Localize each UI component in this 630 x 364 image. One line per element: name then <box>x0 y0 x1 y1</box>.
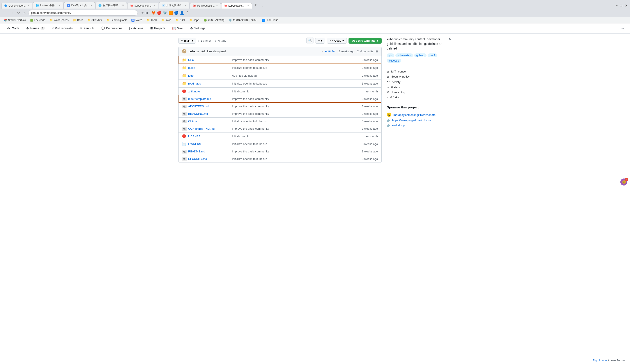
file-name[interactable]: 0000-template.md <box>188 97 232 100</box>
tab-6[interactable]: 📧 开源之夏202... ✕ <box>159 2 190 8</box>
license-link[interactable]: ⚖ MIT license <box>387 69 452 74</box>
tab-4[interactable]: 🌐 客户接入渠道... ✕ <box>96 2 127 8</box>
extension-icon-4[interactable]: 🟧 <box>168 11 173 15</box>
address-input[interactable] <box>28 10 138 16</box>
bookmark-recruit[interactable]: 📁 招聘 <box>174 18 187 22</box>
nav-zenhub[interactable]: ✳ Zenhub <box>76 24 98 33</box>
nav-settings[interactable]: ⚙ Settings <box>187 24 209 33</box>
zenhub-signin-link[interactable]: Sign in now <box>592 359 607 361</box>
sidebar-tag[interactable]: cncf <box>428 54 437 58</box>
tab-search-icon[interactable]: ⊞ <box>146 11 148 14</box>
add-button[interactable]: + ▾ <box>315 38 325 44</box>
sponsor-paypal[interactable]: 🔗 https://www.paypal.me/cubxxw <box>387 118 452 123</box>
bookmark-geek[interactable]: 📁 极客课程 <box>86 18 104 22</box>
nav-pull-requests[interactable]: ⑂ Pull requests <box>48 24 76 33</box>
file-name[interactable]: BRANDING.md <box>188 112 232 116</box>
extension-icon-3[interactable]: ⚙️ <box>163 11 167 15</box>
sponsor-liberapay[interactable]: L liberapay.com/xiongxinwei/donate <box>387 112 452 118</box>
bookmark-infos[interactable]: 📁 Infos <box>160 18 173 22</box>
file-name[interactable]: ADOPTERS.md <box>188 105 232 108</box>
sidebar-gear-button[interactable]: ⚙ <box>449 37 452 40</box>
tab-7[interactable]: 🐙 Pull requests... ✕ <box>190 3 220 8</box>
bookmark-icon[interactable]: ☆ <box>141 11 144 15</box>
search-button[interactable]: 🔍 <box>306 37 314 44</box>
file-name[interactable]: guide <box>188 66 232 70</box>
bookmark-ospp[interactable]: 📁 ospp <box>188 18 201 22</box>
nav-more-button[interactable]: ··· <box>618 24 626 33</box>
nav-discussions[interactable]: 💬 Discussions <box>98 24 126 33</box>
tab-close-2[interactable]: ✕ <box>59 4 61 7</box>
file-name[interactable]: RFC <box>188 58 232 62</box>
forward-button[interactable]: → <box>9 10 14 16</box>
tab-close-8[interactable]: ✕ <box>247 4 249 7</box>
activity-link[interactable]: 〜 Activity <box>387 79 452 85</box>
extension-icon-2[interactable]: 🔴 <box>157 11 162 15</box>
bookmark-workspaces[interactable]: 📁 WorkSpaces <box>48 18 70 22</box>
sidebar-tag[interactable]: go <box>387 54 394 58</box>
nsddd-link[interactable]: nsddd.top <box>392 124 404 127</box>
sidebar-tag[interactable]: kubecub <box>387 59 401 63</box>
file-name[interactable]: OWNERS <box>188 142 232 146</box>
paypal-link[interactable]: https://www.paypal.me/cubxxw <box>392 119 431 122</box>
sidebar-tag[interactable]: kubernetes <box>396 54 413 58</box>
menu-icon[interactable]: ⋮ <box>186 11 189 15</box>
sidebar-tag[interactable]: golang <box>414 54 426 58</box>
tab-close-3[interactable]: ✕ <box>90 4 92 7</box>
security-policy-link[interactable]: ⚖ Security policy <box>387 74 452 79</box>
bookmark-stack-overflow[interactable]: 📚 Stack Overflow <box>2 18 28 22</box>
grid-icon[interactable]: ⊞ <box>376 50 378 53</box>
tab-1[interactable]: 🔷 Generic even... ✕ <box>1 3 32 8</box>
tab-close-1[interactable]: ✕ <box>28 4 30 7</box>
file-name[interactable]: logo <box>188 74 232 77</box>
nav-actions[interactable]: ▷ Actions <box>126 24 147 33</box>
commit-count[interactable]: ⏱ 4 commits <box>356 50 373 53</box>
file-name[interactable]: SECURITY.md <box>188 157 232 160</box>
maximize-button[interactable]: □ <box>619 3 623 8</box>
file-name[interactable]: CONTRIBUTING.md <box>188 127 232 130</box>
nav-issues[interactable]: ⊙ Issues 1 <box>23 24 48 33</box>
file-name[interactable]: CLA.md <box>188 120 232 123</box>
tab-close-6[interactable]: ✕ <box>185 4 187 7</box>
new-tab-button[interactable]: + <box>252 1 259 8</box>
tag-count[interactable]: 🏷 0 tags <box>215 39 226 42</box>
home-button[interactable]: ⌂ <box>22 10 26 16</box>
close-window-button[interactable]: ✕ <box>624 3 629 8</box>
bookmark-leetcode[interactable]: 🟩 Leetcode <box>28 18 47 22</box>
tab-close-7[interactable]: ✕ <box>216 4 218 7</box>
profile-icon[interactable]: 👤 <box>180 11 184 15</box>
forks-stat[interactable]: ⑂ 0 forks <box>387 95 452 100</box>
file-name[interactable]: roadmaps <box>188 82 232 85</box>
use-template-button[interactable]: Use this template ▾ <box>348 38 382 44</box>
nav-wiki[interactable]: 📖 Wiki <box>169 24 186 33</box>
file-name[interactable]: LICENSE <box>188 135 232 138</box>
bookmark-acwing[interactable]: 🟢 题库 - AcWing <box>202 18 226 22</box>
tab-2[interactable]: 🌐 Horizon事件... ✕ <box>33 2 64 8</box>
file-name[interactable]: .gitignore <box>188 90 232 93</box>
bookmark-learningtools[interactable]: 📁 LearningTools <box>105 18 129 22</box>
file-name[interactable]: README.md <box>188 150 232 153</box>
branch-count[interactable]: ⑂ 1 branch <box>198 39 212 42</box>
tab-close-5[interactable]: ✕ <box>154 4 156 7</box>
bookmark-notes[interactable]: N Notes <box>130 18 144 22</box>
bookmark-docs[interactable]: 📁 Docs <box>71 18 85 22</box>
stars-stat[interactable]: ☆ 0 stars <box>387 85 452 90</box>
tab-overflow-button[interactable]: ⌄ <box>259 3 265 8</box>
extension-icon-5[interactable]: 🔵 <box>174 11 178 15</box>
code-button[interactable]: <> Code ▾ <box>327 38 347 44</box>
bookmark-leancloud[interactable]: L LeanCloud <box>260 18 280 22</box>
bookmark-sealer[interactable]: ⚙️ 构建集群镜像 | sea... <box>227 18 259 22</box>
reload-button[interactable]: ↺ <box>16 10 21 16</box>
tab-close-4[interactable]: ✕ <box>122 4 124 7</box>
sponsor-nsddd[interactable]: 🔗 nsddd.top <box>387 123 452 128</box>
minimize-button[interactable]: − <box>615 3 618 8</box>
bookmark-tools[interactable]: 📁 Tools <box>145 18 158 22</box>
commit-hash[interactable]: 4c6e945 <box>325 50 336 53</box>
branch-selector[interactable]: ⑂ main ▾ <box>178 38 196 44</box>
tab-8[interactable]: 🐙 kubecub/co... ✕ <box>221 3 252 8</box>
nav-code[interactable]: <> Code <box>4 24 23 33</box>
floating-badge[interactable]: 😊 4 <box>620 178 627 186</box>
tab-3[interactable]: N DevOps 工具... ✕ <box>64 2 95 8</box>
watching-stat[interactable]: 👁 1 watching <box>387 90 452 95</box>
nav-projects[interactable]: ⊞ Projects <box>147 24 169 33</box>
liberapay-link[interactable]: liberapay.com/xiongxinwei/donate <box>393 113 436 116</box>
